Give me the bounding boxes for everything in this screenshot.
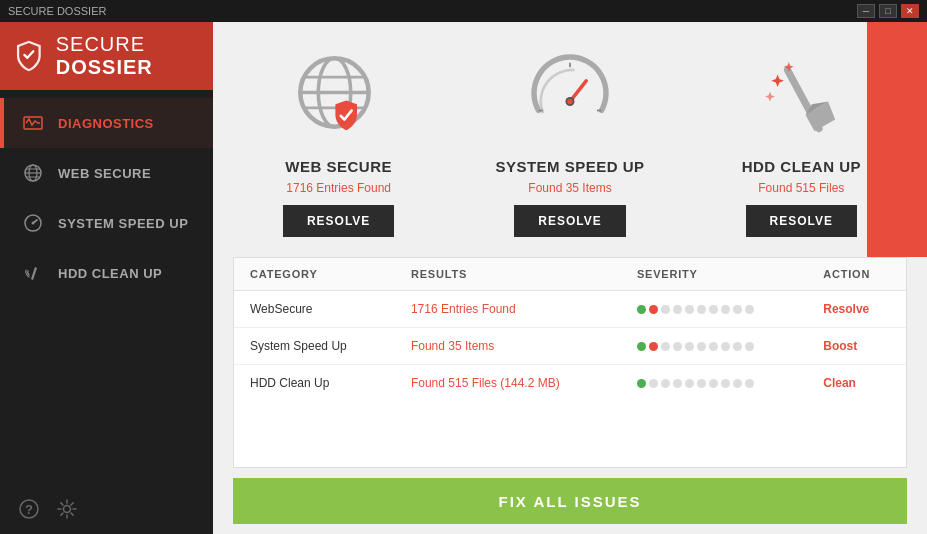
minimize-button[interactable]: ─ [857, 4, 875, 18]
system-speed-module-title: SYSTEM SPEED UP [495, 158, 644, 175]
system-speed-sidebar-icon [22, 212, 44, 234]
system-speed-module: SYSTEM SPEED UP Found 35 Items RESOLVE [474, 42, 665, 237]
col-header-results: RESULTS [395, 258, 621, 291]
row-results: Found 515 Files (144.2 MB) [395, 365, 621, 402]
fix-all-button[interactable]: FIX ALL ISSUES [233, 478, 907, 524]
sidebar-item-hdd-clean-up[interactable]: HDD CLEAN UP [0, 248, 213, 298]
table-row: HDD Clean UpFound 515 Files (144.2 MB)Cl… [234, 365, 906, 402]
row-results: Found 35 Items [395, 328, 621, 365]
titlebar: SECURE DOSSIER ─ □ ✕ [0, 0, 927, 22]
hdd-clean-sidebar-icon [22, 262, 44, 284]
col-header-severity: SEVERITY [621, 258, 807, 291]
row-severity [621, 328, 807, 365]
titlebar-label: SECURE DOSSIER [8, 5, 106, 17]
sidebar-item-system-speed-label: SYSTEM SPEED UP [58, 216, 188, 231]
settings-icon[interactable] [56, 498, 78, 520]
titlebar-title: SECURE DOSSIER [8, 5, 106, 17]
table-row: WebSecure1716 Entries FoundResolve [234, 291, 906, 328]
web-secure-icon [284, 42, 394, 152]
web-secure-sidebar-icon [22, 162, 44, 184]
row-action[interactable]: Resolve [807, 291, 906, 328]
row-action[interactable]: Clean [807, 365, 906, 402]
system-speed-icon [515, 42, 625, 152]
row-results: 1716 Entries Found [395, 291, 621, 328]
row-category: System Speed Up [234, 328, 395, 365]
row-category: WebSecure [234, 291, 395, 328]
diagnostics-icon [22, 112, 44, 134]
table-row: System Speed UpFound 35 ItemsBoost [234, 328, 906, 365]
sidebar-nav: DIAGNOSTICS WEB SECURE [0, 90, 213, 484]
app-container: SECURE DOSSIER DIAGNOSTICS [0, 22, 927, 534]
app-title: SECURE DOSSIER [56, 33, 199, 79]
system-speed-module-status: Found 35 Items [528, 181, 611, 195]
sidebar-item-web-secure[interactable]: WEB SECURE [0, 148, 213, 198]
web-secure-module: WEB SECURE 1716 Entries Found RESOLVE [243, 42, 434, 237]
svg-text:?: ? [25, 502, 33, 517]
close-button[interactable]: ✕ [901, 4, 919, 18]
results-table-container: CATEGORY RESULTS SEVERITY ACTION WebSecu… [233, 257, 907, 468]
row-severity [621, 365, 807, 402]
hdd-clean-module-title: HDD CLEAN UP [742, 158, 861, 175]
col-header-action: ACTION [807, 258, 906, 291]
hdd-clean-resolve-button[interactable]: RESOLVE [746, 205, 857, 237]
titlebar-controls: ─ □ ✕ [857, 4, 919, 18]
svg-point-10 [64, 506, 71, 513]
sidebar: SECURE DOSSIER DIAGNOSTICS [0, 22, 213, 534]
sidebar-footer: ? [0, 484, 213, 534]
row-severity [621, 291, 807, 328]
row-action[interactable]: Boost [807, 328, 906, 365]
row-category: HDD Clean Up [234, 365, 395, 402]
sidebar-item-system-speed-up[interactable]: SYSTEM SPEED UP [0, 198, 213, 248]
main-content: WEB SECURE 1716 Entries Found RESOLVE [213, 22, 927, 534]
modules-panel: WEB SECURE 1716 Entries Found RESOLVE [213, 22, 927, 257]
sidebar-item-diagnostics-label: DIAGNOSTICS [58, 116, 154, 131]
sidebar-item-web-secure-label: WEB SECURE [58, 166, 151, 181]
help-icon[interactable]: ? [18, 498, 40, 520]
svg-point-7 [32, 222, 35, 225]
web-secure-resolve-button[interactable]: RESOLVE [283, 205, 394, 237]
web-secure-module-status: 1716 Entries Found [286, 181, 391, 195]
hdd-clean-module: HDD CLEAN UP Found 515 Files RESOLVE [706, 42, 897, 237]
svg-point-21 [567, 99, 572, 104]
hdd-clean-icon [746, 42, 856, 152]
maximize-button[interactable]: □ [879, 4, 897, 18]
shield-logo-icon [14, 36, 44, 76]
sidebar-header: SECURE DOSSIER [0, 22, 213, 90]
sidebar-item-hdd-clean-label: HDD CLEAN UP [58, 266, 162, 281]
results-table: CATEGORY RESULTS SEVERITY ACTION WebSecu… [234, 258, 906, 401]
hdd-clean-module-status: Found 515 Files [758, 181, 844, 195]
sidebar-item-diagnostics[interactable]: DIAGNOSTICS [0, 98, 213, 148]
system-speed-resolve-button[interactable]: RESOLVE [514, 205, 625, 237]
fix-all-label: FIX ALL ISSUES [498, 493, 641, 510]
web-secure-module-title: WEB SECURE [285, 158, 392, 175]
col-header-category: CATEGORY [234, 258, 395, 291]
